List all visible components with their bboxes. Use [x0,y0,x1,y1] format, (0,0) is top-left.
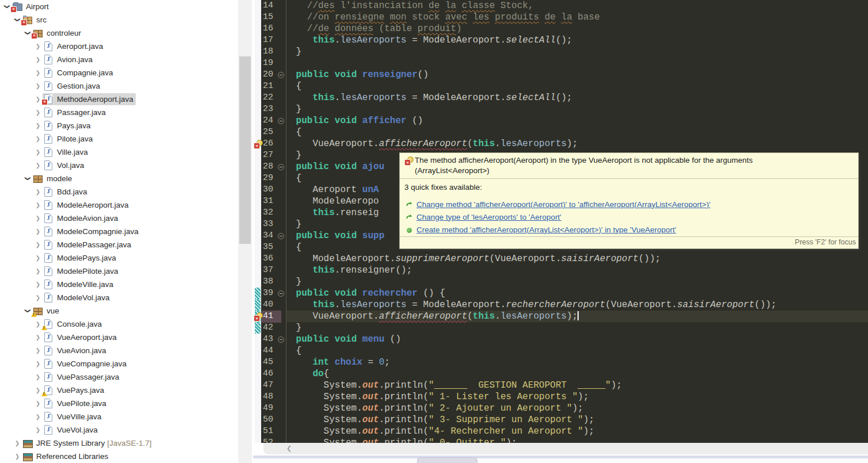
tree-item-vueaeroport.java[interactable]: ❯JVueAeroport.java [0,331,237,344]
chevron-expanded-icon[interactable]: ❯ [14,16,21,25]
annotation-ruler[interactable]: ×× [255,0,261,443]
chevron-expanded-icon[interactable]: ❯ [25,29,31,38]
code-line-14[interactable]: //des l'instanciation de la classe Stock… [290,0,534,12]
tree-item-airport[interactable]: ❯×Airport [0,0,237,13]
code-line-27[interactable]: } [290,150,301,161]
quickfix-link[interactable]: Change method 'afficherAeroport(Aeroport… [416,200,710,209]
code-line-28[interactable]: public void ajou [290,161,384,173]
code-line-15[interactable]: //on rensiegne mon stock avec les produi… [290,12,600,23]
code-line-21[interactable]: { [290,81,301,92]
tree-item-modelepays.java[interactable]: ❯JModelePays.java [0,251,237,265]
chevron-expanded-icon[interactable]: ❯ [4,2,10,12]
code-line-23[interactable]: } [290,104,301,115]
code-line-32[interactable]: this.renseig [290,207,379,219]
code-line-40[interactable]: this.lesAeroports = ModeleAeroport.reche… [290,299,777,311]
chevron-collapsed-icon[interactable]: ❯ [33,414,43,420]
chevron-collapsed-icon[interactable]: ❯ [33,56,43,63]
lower-panel-scrollbar-thumb[interactable] [417,457,477,463]
tree-item-pays.java[interactable]: ❯JPays.java [0,119,237,132]
tree-item-modeleavion.java[interactable]: ❯JModeleAvion.java [0,212,237,225]
fold-collapse-icon[interactable] [278,164,284,170]
chevron-collapsed-icon[interactable]: ❯ [33,281,43,288]
scroll-left-arrow-icon[interactable]: ❮ [286,445,292,452]
code-line-31[interactable]: ModeleAeropo [290,196,379,207]
tree-item-passager.java[interactable]: ❯JPassager.java [0,106,237,119]
tree-item-modeleaeroport.java[interactable]: ❯JModeleAeroport.java [0,198,237,212]
chevron-collapsed-icon[interactable]: ❯ [33,109,43,116]
code-line-39[interactable]: public void rechercher () { [290,288,445,299]
tree-item-modelepassager.java[interactable]: ❯JModelePassager.java [0,238,237,251]
code-line-26[interactable]: VueAeroport.afficherAeroport(this.lesAer… [290,138,578,150]
quickfix-link[interactable]: Change type of 'lesAeroports' to 'Aeropo… [416,213,561,221]
fold-collapse-icon[interactable] [278,118,284,124]
code-line-48[interactable]: System.out.println(" 1- Lister les Aerop… [290,391,589,403]
tree-item-vol.java[interactable]: ❯JVol.java [0,159,237,172]
code-line-29[interactable]: { [290,173,301,184]
tree-item-modeleville.java[interactable]: ❯JModeleVille.java [0,278,237,291]
chevron-collapsed-icon[interactable]: ❯ [33,374,43,380]
code-line-34[interactable]: public void supp [290,230,384,242]
tree-item-avion.java[interactable]: ❯JAvion.java [0,53,237,66]
code-line-17[interactable]: this.lesAeroports = ModeleAeroport.selec… [290,35,572,46]
tree-item-pilote.java[interactable]: ❯JPilote.java [0,132,237,146]
code-line-42[interactable]: } [290,322,301,334]
chevron-collapsed-icon[interactable]: ❯ [33,361,43,367]
tree-item-jre-system-library[interactable]: ❯JRE System Library[JavaSE-1.7] [0,437,237,450]
tree-item-ville.java[interactable]: ❯JVille.java [0,146,237,159]
chevron-expanded-icon[interactable]: ❯ [25,307,31,316]
chevron-collapsed-icon[interactable]: ❯ [33,162,43,169]
tree-item-modele[interactable]: ❯modele [0,172,237,185]
code-line-22[interactable]: this.lesAeroports = ModeleAeroport.selec… [290,92,572,104]
chevron-collapsed-icon[interactable]: ❯ [33,136,43,142]
chevron-collapsed-icon[interactable]: ❯ [33,268,43,274]
tree-item-methodeaeroport.java[interactable]: ❯J×MethodeAeroport.java [0,93,237,106]
code-line-44[interactable]: { [290,345,301,357]
error-lightbulb-icon[interactable]: × [254,312,264,321]
code-line-36[interactable]: ModeleAeroport.supprimerAeroport(VueAero… [290,253,660,265]
chevron-expanded-icon[interactable]: ❯ [25,174,31,183]
sidebar-scrollbar-thumb[interactable] [239,56,251,244]
tree-item-aeroport.java[interactable]: ❯JAeroport.java [0,40,237,53]
quickfix-link[interactable]: Create method 'afficherAeroport(ArrayLis… [416,225,676,234]
chevron-collapsed-icon[interactable]: ❯ [33,123,43,129]
chevron-collapsed-icon[interactable]: ❯ [33,427,43,433]
code-line-47[interactable]: System.out.println("______ GESTION AEROP… [290,380,622,391]
tree-item-vue[interactable]: ❯vue [0,304,237,317]
code-line-30[interactable]: Aeroport unA [290,184,379,196]
tree-item-vuecompagnie.java[interactable]: ❯JVueCompagnie.java [0,357,237,370]
tree-item-modelevol.java[interactable]: ❯JModeleVol.java [0,291,237,304]
chevron-collapsed-icon[interactable]: ❯ [33,43,43,49]
chevron-collapsed-icon[interactable]: ❯ [33,228,43,235]
code-line-20[interactable]: public void renseigner() [290,69,429,81]
chevron-collapsed-icon[interactable]: ❯ [33,202,43,208]
code-line-25[interactable]: { [290,127,301,138]
code-line-35[interactable]: { [290,242,301,253]
code-line-33[interactable]: } [290,219,301,230]
tree-item-vuepilote.java[interactable]: ❯JVuePilote.java [0,397,237,410]
code-line-46[interactable]: do{ [290,368,329,380]
chevron-collapsed-icon[interactable]: ❯ [13,440,22,446]
code-line-52[interactable]: System.out.println(" 0- Quitter "); [290,437,517,443]
tree-item-vuepays.java[interactable]: ❯JVuePays.java [0,384,237,397]
tree-item-compagnie.java[interactable]: ❯JCompagnie.java [0,66,237,79]
tree-item-gestion.java[interactable]: ❯JGestion.java [0,79,237,93]
tree-item-modelecompagnie.java[interactable]: ❯JModeleCompagnie.java [0,225,237,238]
sidebar-scrollbar-track[interactable] [238,0,252,463]
code-line-38[interactable]: } [290,276,301,288]
tree-item-bdd.java[interactable]: ❯JBdd.java [0,185,237,198]
fold-collapse-icon[interactable] [278,336,284,343]
tree-item-vuepassager.java[interactable]: ❯JVuePassager.java [0,370,237,384]
code-line-24[interactable]: public void afficher () [290,115,423,127]
code-line-16[interactable]: //de données (table produit) [290,23,462,35]
chevron-collapsed-icon[interactable]: ❯ [33,70,43,76]
code-line-37[interactable]: this.renseigner(); [290,265,412,276]
chevron-collapsed-icon[interactable]: ❯ [33,347,43,354]
code-line-45[interactable]: int choix = 0; [290,357,390,368]
fold-collapse-icon[interactable] [278,290,284,297]
chevron-collapsed-icon[interactable]: ❯ [33,83,43,89]
tree-item-referenced-libraries[interactable]: ❯Referenced Libraries [0,450,237,463]
chevron-collapsed-icon[interactable]: ❯ [33,400,43,407]
error-lightbulb-icon[interactable]: × [254,140,264,148]
tree-item-vueavion.java[interactable]: ❯JVueAvion.java [0,344,237,357]
tree-item-controleur[interactable]: ❯×controleur [0,26,237,40]
